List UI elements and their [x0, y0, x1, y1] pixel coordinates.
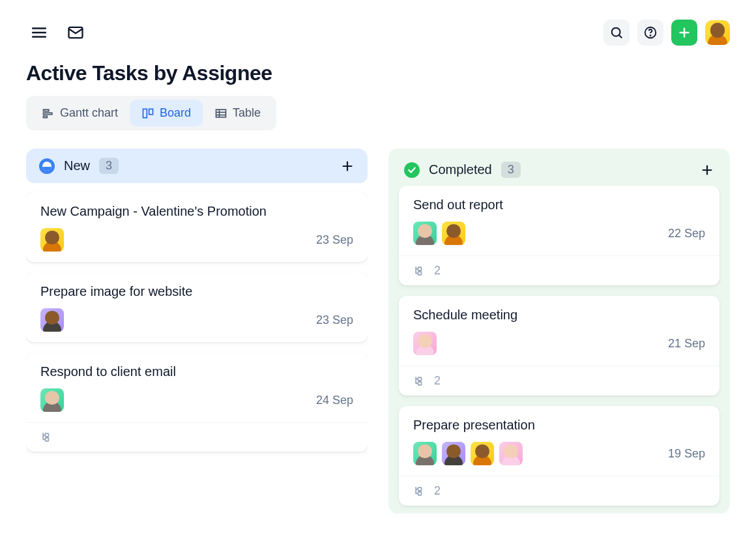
subtasks-count: 2 [434, 374, 441, 388]
task-card[interactable]: Respond to client email 24 Sep [26, 353, 368, 452]
task-title: Schedule meeting [413, 308, 705, 323]
column-new-header: New 3 [26, 149, 368, 183]
svg-rect-21 [46, 438, 49, 441]
assignee-avatar[interactable] [413, 332, 437, 355]
column-new-count: 3 [99, 158, 119, 174]
assignee-avatar[interactable] [40, 388, 64, 412]
tab-gantt[interactable]: Gantt chart [30, 100, 130, 126]
subtasks-icon [40, 431, 53, 444]
task-footer: 2 [399, 476, 720, 506]
board: New 3 New Campaign - Valentine's Promoti… [26, 149, 730, 514]
svg-rect-12 [44, 116, 48, 118]
task-footer [26, 422, 368, 452]
column-completed-header: Completed 3 [388, 149, 730, 186]
assignee-avatar[interactable] [471, 442, 494, 465]
tab-gantt-label: Gantt chart [60, 106, 118, 120]
assignee-list [413, 442, 523, 465]
task-card[interactable]: Prepare presentation 19 Sep [399, 406, 720, 506]
task-date: 23 Sep [316, 233, 353, 247]
svg-rect-22 [46, 433, 49, 437]
column-new-add[interactable] [340, 159, 355, 173]
task-date: 21 Sep [668, 337, 705, 351]
user-avatar[interactable] [705, 20, 730, 45]
column-new: New 3 New Campaign - Valentine's Promoti… [26, 149, 368, 514]
column-completed-count: 3 [501, 162, 521, 178]
assignee-avatar[interactable] [413, 222, 437, 245]
tab-board-label: Board [160, 106, 191, 120]
add-button[interactable] [671, 20, 697, 46]
column-completed-title: Completed [429, 162, 492, 177]
assignee-list [413, 332, 437, 355]
subtasks-count: 2 [434, 484, 441, 498]
mail-icon[interactable] [63, 20, 89, 46]
assignee-avatar[interactable] [40, 308, 64, 332]
subtasks-count: 2 [434, 264, 441, 278]
column-new-cards: New Campaign - Valentine's Promotion 23 … [26, 192, 368, 452]
assignee-avatar[interactable] [413, 442, 437, 465]
task-title: New Campaign - Valentine's Promotion [40, 204, 353, 219]
svg-rect-14 [149, 109, 153, 114]
search-button[interactable] [603, 20, 630, 46]
task-date: 19 Sep [668, 447, 705, 461]
svg-rect-10 [44, 109, 49, 111]
column-completed: Completed 3 Send out report 22 Sep [388, 149, 730, 514]
svg-rect-27 [418, 381, 422, 384]
task-date: 23 Sep [316, 313, 353, 327]
subtasks-icon [413, 485, 426, 498]
svg-rect-25 [418, 271, 422, 274]
task-date: 22 Sep [668, 227, 705, 240]
task-card[interactable]: Schedule meeting 21 Sep 2 [399, 296, 720, 396]
top-bar [26, 20, 730, 46]
task-card[interactable]: Send out report 22 Sep 2 [399, 186, 720, 285]
svg-point-4 [612, 28, 620, 36]
task-title: Prepare presentation [413, 418, 705, 433]
svg-rect-28 [418, 377, 422, 381]
assignee-list [40, 388, 64, 412]
task-footer: 2 [399, 255, 720, 285]
task-card[interactable]: New Campaign - Valentine's Promotion 23 … [26, 192, 368, 262]
task-title: Send out report [413, 197, 705, 212]
svg-point-7 [650, 35, 650, 36]
svg-rect-13 [143, 109, 147, 117]
svg-line-5 [619, 35, 622, 38]
tab-board[interactable]: Board [130, 100, 203, 126]
assignee-list [413, 222, 465, 245]
subtasks-icon [413, 265, 426, 278]
column-completed-cards: Send out report 22 Sep 2 [388, 186, 730, 506]
status-completed-icon [404, 162, 420, 178]
task-title: Respond to client email [40, 364, 353, 379]
view-tabs: Gantt chart Board Table [26, 96, 276, 130]
assignee-avatar[interactable] [442, 442, 465, 465]
assignee-list [40, 228, 64, 252]
top-bar-left [26, 20, 89, 46]
help-button[interactable] [637, 20, 663, 46]
task-date: 24 Sep [316, 394, 353, 407]
svg-rect-29 [418, 491, 422, 495]
assignee-avatar[interactable] [442, 222, 465, 245]
top-bar-right [603, 20, 730, 46]
task-title: Prepare image for website [40, 284, 353, 299]
svg-rect-30 [418, 487, 422, 491]
page-title: Active Tasks by Assignee [26, 61, 730, 85]
tab-table[interactable]: Table [203, 100, 272, 126]
column-completed-add[interactable] [700, 163, 714, 177]
task-footer: 2 [399, 366, 720, 396]
assignee-avatar[interactable] [40, 228, 64, 252]
svg-rect-26 [418, 267, 422, 270]
svg-rect-15 [216, 109, 226, 117]
assignee-list [40, 308, 64, 332]
tab-table-label: Table [233, 106, 261, 120]
status-new-icon [39, 158, 55, 174]
assignee-avatar[interactable] [499, 442, 523, 465]
task-card[interactable]: Prepare image for website 23 Sep [26, 272, 368, 342]
svg-rect-11 [44, 113, 52, 115]
subtasks-icon [413, 375, 426, 388]
column-new-title: New [64, 158, 90, 173]
menu-icon[interactable] [26, 20, 52, 46]
